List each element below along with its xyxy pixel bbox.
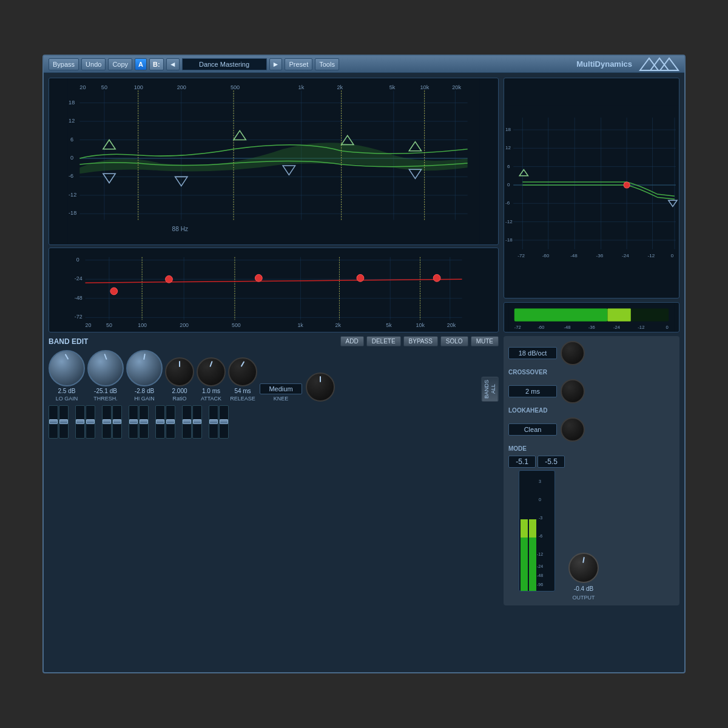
crossover-row: 18 dB/oct [508, 341, 675, 365]
output-label: OUTPUT [573, 595, 595, 601]
svg-text:-12: -12 [537, 552, 543, 556]
svg-rect-50 [73, 248, 474, 332]
attack-knob[interactable] [197, 357, 226, 386]
delete-button[interactable]: DELETE [366, 336, 401, 346]
top-bar: Bypass Undo Copy A B: ◄ Dance Mastering … [44, 56, 684, 73]
transfer-svg: -72 -60 -48 -36 -24 -12 0 18 12 6 0 -6 -… [504, 78, 679, 298]
knobs-row: 2.5 dB LO GAIN -25.1 dB THRESH. [49, 350, 499, 402]
eq-svg: 20 50 100 200 500 1k 2k 5k 10k 20k 18 12… [49, 78, 498, 244]
transfer-display[interactable]: -72 -60 -48 -36 -24 -12 0 18 12 6 0 -6 -… [504, 78, 679, 298]
fader-track-2b[interactable] [86, 405, 95, 439]
lookahead-display[interactable]: 2 ms [508, 385, 557, 397]
eq-display[interactable]: 20 50 100 200 500 1k 2k 5k 10k 20k 18 12… [49, 78, 499, 245]
tools-button[interactable]: Tools [315, 58, 339, 70]
a-button[interactable]: A [135, 58, 147, 70]
output-knob-group: -0.4 dB OUTPUT [568, 553, 599, 601]
ratio-knob[interactable] [165, 357, 194, 386]
fader-track-6a[interactable] [182, 405, 192, 439]
output-knob[interactable] [568, 553, 599, 583]
svg-text:100: 100 [138, 322, 147, 328]
fader-track-1b[interactable] [59, 405, 69, 439]
svg-text:-24: -24 [613, 325, 621, 330]
ratio-value: 2.000 [172, 388, 187, 394]
mode-row: Clean [508, 417, 675, 442]
lookahead-knob[interactable] [561, 379, 585, 403]
title-area: MultiDynamics [576, 57, 679, 72]
svg-text:-60: -60 [542, 253, 550, 258]
crossover-display[interactable]: 18 dB/oct [508, 347, 557, 359]
lo-gain-value: 2.5 dB [58, 388, 76, 394]
svg-text:-48: -48 [570, 253, 578, 258]
svg-text:5k: 5k [386, 322, 392, 328]
fader-track-5b[interactable] [166, 405, 175, 439]
svg-text:5k: 5k [389, 84, 396, 90]
release-group: 54 ms RELEASE [228, 357, 257, 402]
svg-text:200: 200 [180, 322, 189, 328]
copy-button[interactable]: Copy [108, 58, 132, 70]
side-controls: 18 dB/oct CROSSOVER 2 ms LOOKAHEAD Clean… [504, 336, 679, 605]
band-edit-header: BAND EDIT ADD DELETE BYPASS SOLO MUTE [49, 336, 499, 346]
svg-text:6: 6 [70, 136, 73, 143]
threshold-svg: 0 -24 -48 -72 20 50 100 200 500 1k 2k 5k… [49, 248, 498, 332]
lo-gain-group: 2.5 dB LO GAIN [49, 350, 85, 402]
fader-track-1a[interactable] [49, 405, 58, 439]
knee-label: KNEE [274, 396, 289, 402]
svg-text:-72: -72 [514, 325, 521, 330]
svg-rect-122 [514, 309, 608, 322]
waves-logo [637, 57, 679, 72]
thresh-group: -25.1 dB THRESH. [87, 350, 124, 402]
fader-track-7b[interactable] [219, 405, 229, 439]
undo-button[interactable]: Undo [81, 58, 106, 70]
nav-right-button[interactable]: ► [269, 58, 283, 70]
attack-label: ATTACK [201, 396, 221, 402]
bottom-section: BAND EDIT ADD DELETE BYPASS SOLO MUTE [49, 336, 679, 605]
fader-track-4a[interactable] [129, 405, 138, 439]
release-label: RELEASE [230, 396, 255, 402]
svg-rect-141 [529, 538, 536, 591]
solo-button[interactable]: SOLO [440, 336, 468, 346]
mode-display[interactable]: Clean [508, 423, 557, 436]
svg-point-87 [433, 274, 440, 281]
b-button[interactable]: B: [149, 58, 164, 70]
knee-selector[interactable]: Medium [260, 383, 302, 394]
fader-track-2a[interactable] [75, 405, 85, 439]
fader-track-6b[interactable] [192, 405, 202, 439]
hi-gain-group: -2.8 dB HI GAIN [126, 350, 163, 402]
all-bands-button[interactable]: ALLBANDS [482, 377, 499, 402]
hi-gain-knob[interactable] [126, 350, 163, 386]
svg-text:18: 18 [505, 127, 511, 132]
svg-text:0: 0 [507, 182, 510, 187]
threshold-display[interactable]: 0 -24 -48 -72 20 50 100 200 500 1k 2k 5k… [49, 248, 499, 332]
fader-track-7a[interactable] [209, 405, 218, 439]
crossover-knob[interactable] [561, 341, 585, 365]
fader-track-5a[interactable] [155, 405, 165, 439]
svg-text:-18: -18 [505, 237, 513, 243]
bypass-band-button[interactable]: BYPASS [403, 336, 438, 346]
lo-gain-knob[interactable] [49, 350, 85, 386]
svg-point-84 [166, 275, 173, 283]
mode-knob[interactable] [561, 417, 585, 442]
fader-track-3a[interactable] [102, 405, 112, 439]
nav-left-button[interactable]: ◄ [166, 58, 180, 70]
add-button[interactable]: ADD [340, 336, 364, 346]
svg-rect-88 [504, 106, 679, 271]
svg-text:100: 100 [134, 84, 143, 90]
fader-pair-2 [75, 405, 95, 439]
svg-text:-6: -6 [505, 200, 510, 206]
svg-text:20: 20 [86, 322, 92, 328]
fader-track-3b[interactable] [112, 405, 122, 439]
thresh-knob[interactable] [87, 350, 124, 386]
preset-button[interactable]: Preset [285, 58, 312, 70]
out-right-value: -5.5 [538, 456, 565, 468]
knee-knob[interactable] [306, 372, 335, 402]
svg-text:-6: -6 [69, 173, 73, 179]
plugin-window: Bypass Undo Copy A B: ◄ Dance Mastering … [42, 55, 686, 673]
faders-section [49, 405, 499, 439]
svg-text:3: 3 [539, 479, 541, 484]
bypass-button[interactable]: Bypass [49, 58, 79, 70]
fader-track-4b[interactable] [139, 405, 149, 439]
top-section: 20 50 100 200 500 1k 2k 5k 10k 20k 18 12… [49, 78, 679, 332]
mute-button[interactable]: MUTE [471, 336, 499, 346]
svg-point-85 [255, 274, 262, 281]
release-knob[interactable] [228, 357, 257, 386]
